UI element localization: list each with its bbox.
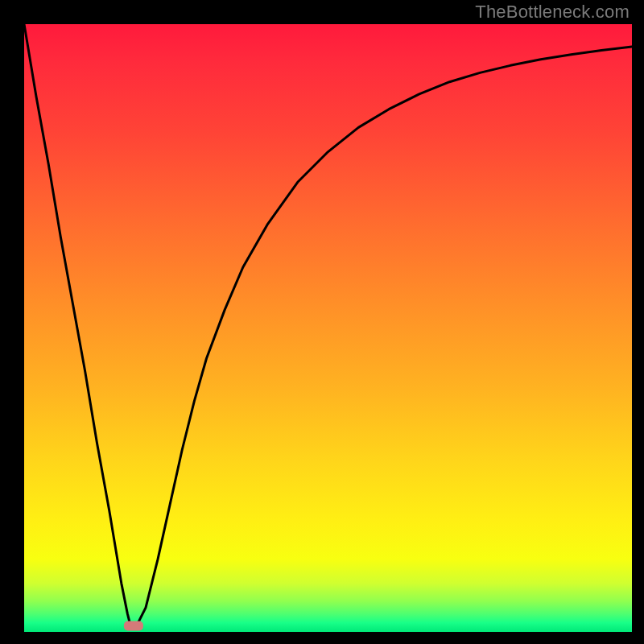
plot-area: [24, 24, 632, 632]
chart-frame: TheBottleneck.com: [0, 0, 644, 644]
bottleneck-curve-svg: [24, 24, 632, 632]
optimal-point-marker: [124, 621, 143, 630]
bottleneck-curve: [24, 24, 632, 625]
watermark-label: TheBottleneck.com: [475, 2, 630, 23]
